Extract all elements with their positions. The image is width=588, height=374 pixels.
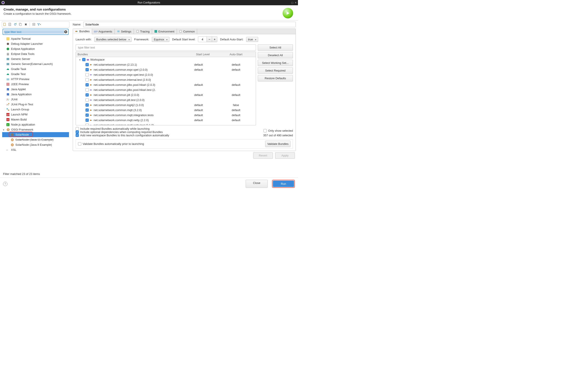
svg-text:J: J <box>7 89 8 91</box>
config-type[interactable]: HTTP Preview <box>2 77 69 82</box>
header-heading: Create, manage, and run configurations <box>3 8 283 11</box>
bundle-checkbox[interactable] <box>85 78 89 81</box>
tab-icon <box>179 30 182 33</box>
validate-auto-checkbox[interactable] <box>78 142 81 145</box>
revert-button[interactable]: Revert <box>253 152 273 159</box>
config-type[interactable]: Generic Server <box>2 56 69 61</box>
start-level-spinner[interactable]: − + <box>198 36 217 42</box>
tab-tracing[interactable]: Tracing <box>134 29 152 34</box>
svg-rect-30 <box>7 108 8 110</box>
bundle-row[interactable]: net.solarnetwork.common.jdbc.pool.hikari… <box>76 87 256 92</box>
svg-point-11 <box>8 43 8 44</box>
config-item[interactable]: SolarNode (Java 8 Example) <box>2 142 69 147</box>
config-type[interactable]: Generic Server(External Launch) <box>2 61 69 67</box>
help-button[interactable]: ? <box>3 182 8 186</box>
bundle-row[interactable]: net.solarnetwork.common.log4j2 (1.0.0)de… <box>76 102 256 108</box>
new-proto-button[interactable]: P <box>8 23 12 26</box>
config-type[interactable]: m2Maven Build <box>2 117 69 122</box>
config-type[interactable]: ✂XSL <box>2 147 69 152</box>
config-type[interactable]: npmLaunch NPM <box>2 112 69 117</box>
config-item[interactable]: SolarNode (Java 11 Example) <box>2 137 69 142</box>
bundle-row[interactable]: net.solarnetwork.common.jdbc.pool.hikari… <box>76 82 256 87</box>
config-type[interactable]: JJava Application <box>2 92 69 97</box>
close-button[interactable]: Close <box>246 180 268 188</box>
config-type[interactable]: JUJUnit Plug-in Test <box>2 102 69 107</box>
config-type[interactable]: Launch Group <box>2 107 69 112</box>
select-required-button[interactable]: Select Required <box>258 67 293 74</box>
apply-button[interactable]: Apply <box>275 152 295 159</box>
deselect-all-button[interactable]: Deselect All <box>258 52 293 58</box>
config-type[interactable]: Eclipse Application <box>2 46 69 51</box>
config-type[interactable]: Gradle Test <box>2 71 69 77</box>
bundle-checkbox[interactable] <box>85 63 89 66</box>
config-type-osgi[interactable]: OSGi Framework <box>2 127 69 132</box>
bundle-row[interactable]: net.solarnetwork.common.internal.test (2… <box>76 77 256 82</box>
config-type[interactable]: J2EE Preview <box>2 82 69 87</box>
run-button[interactable]: Run <box>273 181 294 187</box>
start-level-input[interactable] <box>198 37 207 42</box>
bundle-row[interactable]: net.solarnetwork.common.mqtt (3.2.0)defa… <box>76 108 256 113</box>
bundle-checkbox[interactable] <box>85 83 89 86</box>
tab-arguments[interactable]: (x)=Arguments <box>92 29 115 34</box>
config-type[interactable]: Eclipse Data Tools <box>2 51 69 56</box>
spinner-minus[interactable]: − <box>207 37 212 42</box>
bundle-row[interactable]: net.solarnetwork.common.mqtt.netty.test … <box>76 123 256 125</box>
config-type[interactable]: JJava Applet <box>2 87 69 92</box>
select-working-set-button[interactable]: Select Working Set... <box>258 60 293 66</box>
bundle-checkbox[interactable] <box>85 113 89 117</box>
export-button[interactable] <box>13 23 17 26</box>
restore-defaults-button[interactable]: Restore Defaults <box>258 75 293 81</box>
only-show-selected-checkbox[interactable] <box>263 129 267 132</box>
workspace-row[interactable]: Workspace <box>76 57 256 62</box>
svg-text:J: J <box>7 93 8 96</box>
config-type[interactable]: Debug Adapter Launcher <box>2 41 69 46</box>
new-config-button[interactable] <box>3 23 6 26</box>
spinner-plus[interactable]: + <box>212 37 217 42</box>
launch-with-combo[interactable]: Bundles selected below <box>94 37 132 42</box>
bundle-checkbox[interactable] <box>85 103 89 107</box>
duplicate-button[interactable] <box>19 23 22 26</box>
tab-settings[interactable]: Settings <box>115 29 134 34</box>
workspace-checkbox[interactable] <box>82 58 85 61</box>
config-name-input[interactable] <box>83 22 296 27</box>
delete-button[interactable]: ✖ <box>24 23 27 26</box>
filter-dropdown-button[interactable]: ▾ <box>37 23 41 26</box>
validate-bundles-button[interactable]: Validate Bundles <box>265 141 291 147</box>
bundle-checkbox[interactable] <box>85 88 89 91</box>
auto-start-combo[interactable]: true <box>246 37 258 42</box>
bundle-row[interactable]: net.solarnetwork.common (2.13.1)defaultd… <box>76 62 256 67</box>
config-item[interactable]: SolarNode <box>2 132 69 137</box>
config-type[interactable]: nNode.js application <box>2 122 69 127</box>
framework-combo[interactable]: Equinox <box>152 37 169 42</box>
bundle-row[interactable]: net.solarnetwork.common.jdt.test (2.0.0) <box>76 97 256 102</box>
bundle-row[interactable]: net.solarnetwork.common.expr.spel.test (… <box>76 72 256 77</box>
bundle-checkbox[interactable] <box>85 108 89 112</box>
config-type[interactable]: Gradle Task <box>2 67 69 71</box>
include-required-checkbox[interactable] <box>76 127 79 130</box>
bundle-checkbox[interactable] <box>85 68 89 71</box>
bundle-checkbox[interactable] <box>85 124 89 125</box>
svg-point-60 <box>90 79 91 80</box>
clear-filter-button[interactable]: ✕ <box>64 30 67 33</box>
bundle-checkbox[interactable] <box>85 119 89 122</box>
bundle-row[interactable]: net.solarnetwork.common.jdt (2.0.0)defau… <box>76 92 256 97</box>
tab-environment[interactable]: Environment <box>152 29 177 34</box>
minimize-button[interactable]: ▢ <box>291 1 293 4</box>
bundle-row[interactable]: net.solarnetwork.common.expr.spel (2.0.0… <box>76 67 256 72</box>
config-filter-input[interactable] <box>4 30 64 34</box>
config-type[interactable]: Apache Tomcat <box>2 36 69 41</box>
tab-bundles[interactable]: Bundles <box>73 29 92 34</box>
bundle-row[interactable]: net.solarnetwork.common.mqtt.netty (2.2.… <box>76 118 256 123</box>
bundle-checkbox[interactable] <box>85 98 89 102</box>
config-type[interactable]: JUJUnit <box>2 97 69 102</box>
bundle-filter-input[interactable]: type filter text <box>76 44 256 51</box>
select-all-button[interactable]: Select All <box>258 44 293 51</box>
add-new-workspace-checkbox[interactable] <box>76 134 79 137</box>
collapse-all-button[interactable] <box>32 23 36 26</box>
bundle-checkbox[interactable] <box>85 73 89 76</box>
tab-common[interactable]: Common <box>177 29 197 34</box>
bundle-row[interactable]: net.solarnetwork.common.mqtt.integration… <box>76 113 256 118</box>
bundle-checkbox[interactable] <box>85 93 89 97</box>
include-optional-checkbox[interactable] <box>76 130 79 134</box>
close-window-button[interactable]: ✕ <box>295 1 297 4</box>
